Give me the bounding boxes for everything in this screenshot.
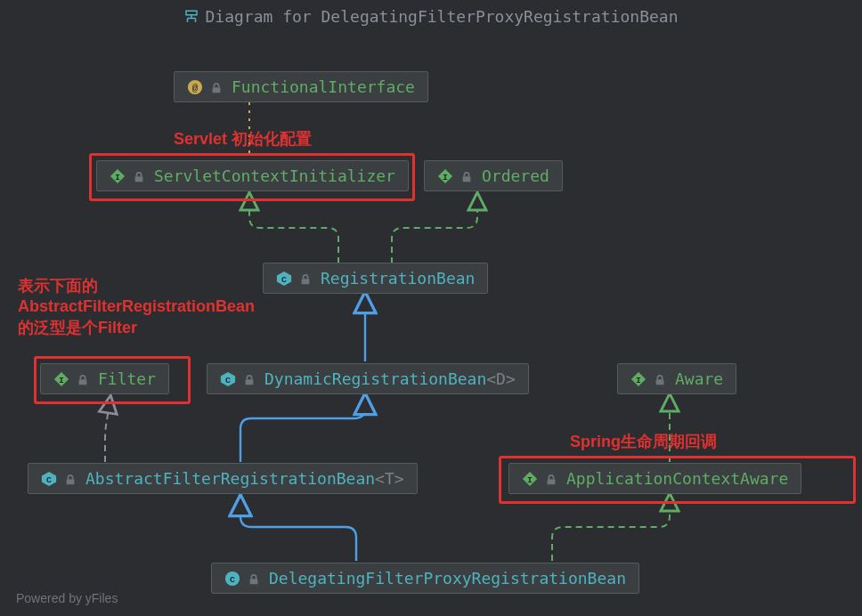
svg-rect-13 bbox=[463, 176, 471, 182]
svg-text:I: I bbox=[115, 172, 120, 182]
node-label: Ordered bbox=[482, 166, 549, 185]
svg-rect-25 bbox=[656, 379, 664, 385]
node-label: FunctionalInterface bbox=[232, 77, 415, 96]
node-label: Filter bbox=[98, 369, 156, 388]
edge-abstract-to-dynamic bbox=[240, 395, 365, 462]
interface-icon: I bbox=[522, 471, 538, 487]
class-icon: C bbox=[41, 471, 57, 487]
lock-icon bbox=[133, 171, 145, 183]
node-label: Aware bbox=[675, 369, 723, 388]
powered-by-yfiles: Powered by yFiles bbox=[16, 591, 118, 605]
annotation-servlet-init: Servlet 初始化配置 bbox=[174, 129, 312, 150]
interface-icon: I bbox=[630, 371, 646, 387]
class-icon: C bbox=[220, 371, 236, 387]
node-filter[interactable]: I Filter bbox=[40, 363, 169, 394]
node-label: ServletContextInitializer bbox=[154, 166, 395, 185]
annotation-spring-lifecycle: Spring生命周期回调 bbox=[570, 432, 717, 452]
edge-delegating-to-abstract bbox=[240, 497, 356, 561]
svg-text:I: I bbox=[59, 375, 64, 385]
svg-text:C: C bbox=[225, 375, 231, 385]
svg-text:C: C bbox=[46, 474, 52, 484]
node-aware[interactable]: I Aware bbox=[617, 363, 736, 394]
node-servlet-context-initializer[interactable]: I ServletContextInitializer bbox=[96, 160, 409, 191]
svg-text:I: I bbox=[527, 474, 533, 484]
svg-rect-28 bbox=[67, 479, 75, 484]
interface-icon: I bbox=[437, 168, 453, 184]
lock-icon bbox=[210, 82, 223, 94]
edge-registrationbean-to-servletcontextinitializer bbox=[249, 194, 338, 263]
lock-icon bbox=[654, 374, 666, 386]
svg-text:C: C bbox=[281, 274, 287, 284]
edge-registrationbean-to-ordered bbox=[392, 194, 477, 263]
lock-icon bbox=[545, 474, 557, 486]
svg-text:C: C bbox=[230, 574, 235, 584]
annotation-filter-generic: 表示下面的 AbstractFilterRegistrationBean 的泛型… bbox=[18, 276, 255, 338]
node-abstract-filter-registration-bean[interactable]: C AbstractFilterRegistrationBean<T> bbox=[28, 463, 418, 494]
svg-text:@: @ bbox=[192, 82, 199, 93]
node-delegating-filter-proxy-registration-bean[interactable]: C DelegatingFilterProxyRegistrationBean bbox=[211, 563, 639, 594]
node-label: DynamicRegistrationBean<D> bbox=[264, 369, 516, 388]
svg-rect-19 bbox=[79, 379, 87, 385]
edge-delegating-to-appcontextaware bbox=[552, 495, 670, 561]
svg-rect-34 bbox=[250, 579, 258, 584]
diagram-canvas: Diagram for DelegatingFilterProxyRegistr… bbox=[0, 0, 862, 616]
annotation-icon: @ bbox=[187, 79, 203, 95]
node-ordered[interactable]: I Ordered bbox=[424, 160, 563, 191]
lock-icon bbox=[243, 374, 256, 386]
class-icon: C bbox=[224, 571, 240, 587]
node-label: RegistrationBean bbox=[321, 269, 475, 288]
node-label: ApplicationContextAware bbox=[566, 469, 788, 488]
svg-text:I: I bbox=[636, 375, 641, 385]
node-application-context-aware[interactable]: I ApplicationContextAware bbox=[508, 463, 801, 494]
lock-icon bbox=[77, 374, 89, 386]
lock-icon bbox=[248, 573, 260, 586]
class-icon: C bbox=[276, 271, 292, 287]
lock-icon bbox=[299, 273, 312, 286]
node-label: AbstractFilterRegistrationBean<T> bbox=[85, 469, 404, 488]
node-registration-bean[interactable]: C RegistrationBean bbox=[263, 263, 488, 294]
node-dynamic-registration-bean[interactable]: C DynamicRegistrationBean<D> bbox=[207, 363, 529, 394]
node-label: DelegatingFilterProxyRegistrationBean bbox=[269, 569, 626, 588]
lock-icon bbox=[64, 474, 77, 486]
svg-rect-31 bbox=[548, 479, 556, 484]
edge-abstract-to-filter bbox=[105, 397, 110, 462]
svg-text:I: I bbox=[443, 172, 448, 182]
interface-icon: I bbox=[110, 168, 126, 184]
svg-rect-10 bbox=[135, 176, 143, 182]
lock-icon bbox=[460, 171, 473, 183]
node-functional-interface[interactable]: @ FunctionalInterface bbox=[174, 71, 428, 102]
svg-rect-22 bbox=[246, 379, 254, 385]
svg-rect-16 bbox=[302, 279, 310, 284]
svg-rect-7 bbox=[213, 87, 221, 93]
interface-icon: I bbox=[53, 371, 69, 387]
